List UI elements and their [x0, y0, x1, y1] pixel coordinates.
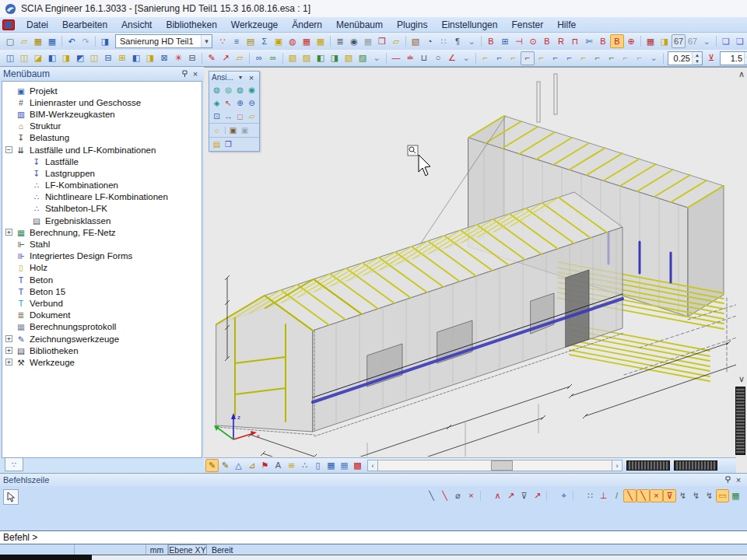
snap-icon[interactable]: ▭ — [716, 489, 729, 502]
tree-item[interactable]: ↧ Lastgruppen — [2, 167, 202, 179]
toolbar-icon[interactable]: ⊔ — [417, 51, 431, 65]
status-unit[interactable]: mm — [146, 544, 168, 555]
close-icon[interactable]: × — [246, 72, 257, 83]
palette-icon[interactable]: ◍ — [211, 84, 223, 96]
toolbar-icon[interactable]: ◉ — [347, 34, 361, 48]
toolbar-icon[interactable]: ⌐ — [577, 51, 591, 65]
toolbar-icon[interactable]: ◧ — [45, 51, 59, 65]
toolbar-icon[interactable]: ∠ — [445, 51, 459, 65]
scale-stepper[interactable]: 0.25 ▲▼ — [668, 51, 703, 65]
tree-item[interactable]: ▯ Holz — [2, 262, 202, 274]
toolbar-icon[interactable]: ⌄ — [370, 51, 384, 65]
tree-item[interactable]: + ▤ Bibliotheken — [2, 345, 202, 356]
toolbar-icon[interactable] — [93, 34, 98, 48]
palette-icon[interactable]: ◻ — [234, 110, 246, 122]
toolbar-icon[interactable]: ⌐ — [605, 51, 619, 65]
toolbar-icon[interactable]: ⊞ — [115, 51, 129, 65]
palette-icon[interactable]: ⊡ — [211, 110, 223, 122]
view-setting-icon[interactable]: ✎ — [219, 459, 232, 472]
scroll-down-icon[interactable]: ∨ — [738, 374, 745, 384]
toolbar-icon[interactable] — [199, 51, 205, 65]
pin-icon[interactable] — [179, 68, 190, 79]
toolbar-icon[interactable]: 67 — [672, 34, 686, 48]
snap-icon[interactable]: ∷ — [584, 489, 597, 502]
tree-item[interactable]: ≣ Dokument — [2, 310, 202, 321]
toolbar-icon[interactable]: ▱ — [233, 51, 247, 65]
toolbar-icon[interactable]: ⌐ — [563, 51, 577, 65]
scale-stepper-2[interactable]: 1.5 ▲▼ — [720, 51, 747, 65]
toolbar-icon[interactable]: ◔ — [423, 34, 437, 48]
menu-item[interactable]: Hilfe — [550, 18, 583, 32]
snap-icon[interactable]: ↗ — [531, 489, 544, 502]
horizontal-scrollbar[interactable]: ‹ › — [367, 460, 622, 471]
toolbar-icon[interactable]: ∵ — [216, 34, 230, 48]
view-palette-header[interactable]: Ansi... ▾ × — [209, 72, 259, 83]
horizontal-zoom-slider-2[interactable] — [674, 460, 717, 471]
tree-item[interactable]: ↧ Belastung — [2, 132, 202, 144]
snap-icon[interactable]: ╲ — [425, 489, 438, 502]
tree-item[interactable]: ▥ BIM-Werkzeugkasten — [2, 108, 202, 120]
tree-item[interactable]: T Verbund — [2, 297, 202, 309]
toolbar-icon[interactable]: ⌐ — [633, 51, 647, 65]
app-icon[interactable] — [2, 19, 15, 30]
snap-icon[interactable]: ↯ — [676, 489, 689, 502]
toolbar-icon[interactable]: ∷ — [437, 34, 451, 48]
tree-item[interactable]: ↧ Lastfälle — [2, 156, 202, 167]
toolbar-icon[interactable]: ⊕ — [624, 34, 638, 48]
project-dropdown[interactable]: Sanierung HD Teil1 ▾ — [115, 34, 212, 48]
toolbar-icon[interactable]: ▣ — [272, 34, 286, 48]
snap-icon[interactable]: ╲ — [623, 489, 637, 502]
toolbar-icon[interactable]: ⊓ — [568, 34, 582, 48]
palette-icon[interactable]: ◍ — [234, 84, 246, 96]
command-input[interactable]: Befehl > — [0, 530, 747, 544]
snap-icon[interactable]: ▦ — [729, 489, 742, 502]
toolbar-icon[interactable]: ⌐ — [493, 51, 507, 65]
view-setting-icon[interactable]: ▦ — [338, 459, 351, 472]
snap-icon[interactable]: ⌖ — [557, 489, 570, 502]
snap-icon[interactable] — [478, 489, 491, 502]
chevron-down-icon[interactable]: ▾ — [235, 72, 246, 83]
chevron-down-icon[interactable]: ▾ — [201, 35, 212, 47]
toolbar-icon[interactable]: ∞ — [252, 51, 266, 65]
tree-expander[interactable]: + — [5, 229, 12, 236]
toolbar-icon[interactable] — [59, 34, 65, 48]
toolbar-icon[interactable]: ⌐ — [521, 51, 535, 65]
view-setting-icon[interactable]: △ — [232, 459, 245, 472]
toolbar-icon[interactable]: ▢ — [3, 34, 17, 48]
toolbar-icon[interactable]: ¶ — [451, 34, 465, 48]
toolbar-icon[interactable]: ▧ — [409, 34, 423, 48]
toolbar-icon[interactable]: ↗ — [219, 51, 233, 65]
status-plane[interactable]: Ebene XY — [168, 544, 207, 555]
toolbar-icon[interactable]: ⌄ — [700, 34, 714, 48]
view-setting-icon[interactable]: A — [272, 459, 285, 472]
toolbar-icon[interactable]: B — [596, 34, 610, 48]
toolbar-icon[interactable]: ∞ — [266, 51, 280, 65]
toolbar-icon[interactable]: ▦ — [361, 34, 375, 48]
toolbar-icon[interactable]: ⌐ — [549, 51, 563, 65]
toolbar-icon[interactable]: ⌐ — [619, 51, 633, 65]
tree-item[interactable]: ▦ Berechnungsprotokoll — [2, 321, 202, 333]
view-setting-icon[interactable]: ∴ — [298, 459, 311, 472]
tree-item[interactable]: + ⚒ Werkzeuge — [2, 356, 202, 368]
view-setting-icon[interactable]: ⊿ — [245, 459, 258, 472]
toolbar-icon[interactable] — [714, 34, 719, 48]
tree-item[interactable]: T Beton 15 — [2, 285, 202, 297]
toolbar-icon[interactable]: ▨ — [300, 51, 314, 65]
snap-icon[interactable]: ⊽ — [663, 489, 676, 502]
view-setting-icon[interactable]: ⚑ — [258, 459, 272, 472]
snap-icon[interactable]: ╲ — [637, 489, 650, 502]
palette-icon[interactable]: ▱ — [246, 110, 258, 122]
view-setting-icon[interactable]: ▯ — [311, 459, 324, 472]
tree-item[interactable]: # Linienraster und Geschosse — [2, 96, 202, 108]
menu-item[interactable]: Ändern — [285, 18, 329, 32]
toolbar-icon[interactable]: ⌄ — [647, 51, 661, 65]
toolbar-icon[interactable] — [479, 34, 484, 48]
snap-icon[interactable] — [570, 489, 584, 502]
toolbar-icon[interactable]: ◩ — [73, 51, 87, 65]
tree-item[interactable]: T Beton — [2, 274, 202, 285]
snap-icon[interactable]: ∧ — [491, 489, 504, 502]
toolbar-icon[interactable]: B — [540, 34, 554, 48]
stepper-arrows[interactable]: ▲▼ — [744, 52, 747, 65]
tree-item[interactable]: ▤ Ergebnisklassen — [2, 215, 202, 226]
palette-icon[interactable]: ◈ — [211, 97, 223, 109]
